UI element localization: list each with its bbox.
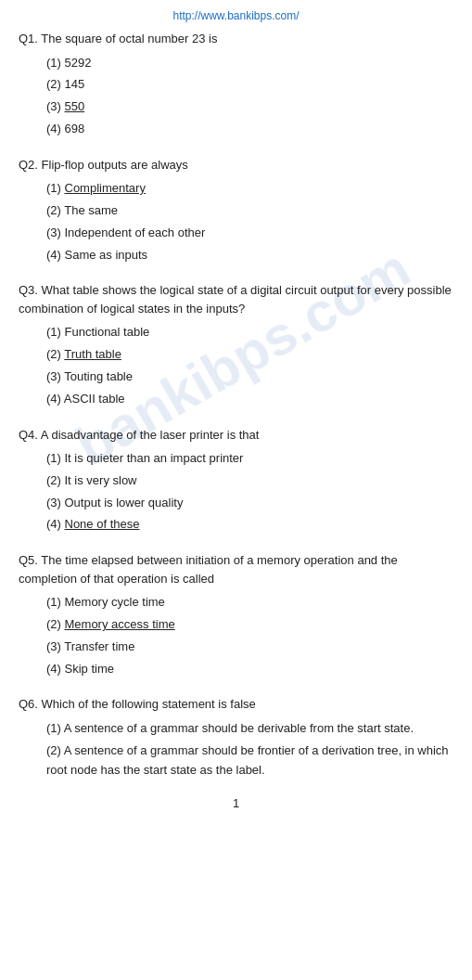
option-5-2: (2) Memory access time <box>46 615 453 635</box>
question-block-5: Q5. The time elapsed between initiation … <box>19 551 453 678</box>
option-5-3: (3) Transfer time <box>46 638 453 657</box>
question-text-1: Q1. The square of octal number 23 is <box>19 30 453 48</box>
option-2-2: (2) The same <box>46 201 453 221</box>
option-text: Independent of each other <box>65 226 206 239</box>
option-1-3: (3) 550 <box>46 97 453 117</box>
option-text: A sentence of a grammar should be fronti… <box>46 743 449 777</box>
question-text-4: Q4. A disadvantage of the laser printer … <box>19 426 453 445</box>
option-4-1: (1) It is quieter than an impact printer <box>46 449 453 469</box>
option-num: (2) <box>46 77 65 91</box>
option-3-4: (4) ASCII table <box>46 390 453 409</box>
option-1-4: (4) 698 <box>46 120 453 139</box>
option-text: Memory access time <box>65 617 175 631</box>
question-text-5: Q5. The time elapsed between initiation … <box>19 551 453 587</box>
option-text: A sentence of a grammar should be deriva… <box>64 721 414 735</box>
option-2-4: (4) Same as inputs <box>46 246 453 265</box>
question-text-6: Q6. Which of the following statement is … <box>19 695 453 714</box>
option-num: (1) <box>46 181 65 195</box>
option-text: Memory cycle time <box>65 595 165 609</box>
option-5-1: (1) Memory cycle time <box>46 593 453 612</box>
option-num: (2) <box>46 617 65 631</box>
option-text: Complimentary <box>65 181 146 195</box>
option-text: Skip time <box>65 662 114 676</box>
option-text: It is quieter than an impact printer <box>65 451 244 465</box>
option-num: (1) <box>46 721 64 735</box>
option-1-1: (1) 5292 <box>46 54 453 73</box>
option-num: (4) <box>46 662 65 676</box>
option-text: 5292 <box>65 56 92 70</box>
option-num: (2) <box>46 743 64 757</box>
option-num: (3) <box>46 496 65 509</box>
option-num: (4) <box>46 248 65 262</box>
option-3-2: (2) Truth table <box>46 345 453 365</box>
option-text: 550 <box>65 99 85 113</box>
option-num: (2) <box>46 473 65 487</box>
option-3-3: (3) Touting table <box>46 368 453 387</box>
option-4-3: (3) Output is lower quality <box>46 494 453 513</box>
option-num: (1) <box>46 451 65 465</box>
option-text: Output is lower quality <box>65 496 184 509</box>
question-text-2: Q2. Flip-flop outputs are always <box>19 156 453 174</box>
question-block-1: Q1. The square of octal number 23 is(1) … <box>19 30 453 139</box>
option-num: (3) <box>46 226 65 239</box>
option-num: (2) <box>46 203 64 217</box>
option-num: (1) <box>46 56 65 70</box>
option-6-2: (2) A sentence of a grammar should be fr… <box>46 741 453 780</box>
option-2-1: (1) Complimentary <box>46 179 453 199</box>
question-block-6: Q6. Which of the following statement is … <box>19 695 453 780</box>
option-4-2: (2) It is very slow <box>46 471 453 491</box>
option-num: (3) <box>46 99 65 113</box>
option-num: (4) <box>46 517 65 531</box>
option-2-3: (3) Independent of each other <box>46 224 453 243</box>
option-text: 145 <box>65 77 85 91</box>
option-1-2: (2) 145 <box>46 75 453 95</box>
option-text: It is very slow <box>65 473 137 487</box>
option-text: 698 <box>65 122 85 135</box>
option-num: (4) <box>46 122 65 135</box>
question-block-2: Q2. Flip-flop outputs are always(1) Comp… <box>19 156 453 265</box>
option-3-1: (1) Functional table <box>46 323 453 342</box>
option-num: (4) <box>46 392 64 406</box>
question-block-4: Q4. A disadvantage of the laser printer … <box>19 426 453 535</box>
option-text: None of these <box>65 517 140 531</box>
option-num: (3) <box>46 639 64 653</box>
option-4-4: (4) None of these <box>46 515 453 535</box>
option-text: The same <box>64 203 118 217</box>
option-6-1: (1) A sentence of a grammar should be de… <box>46 719 453 739</box>
option-text: Same as inputs <box>65 248 148 262</box>
option-text: Truth table <box>64 347 121 361</box>
option-num: (1) <box>46 595 65 609</box>
question-block-3: Q3. What table shows the logical state o… <box>19 281 453 408</box>
option-text: ASCII table <box>64 392 125 406</box>
page-number: 1 <box>19 796 453 810</box>
question-text-3: Q3. What table shows the logical state o… <box>19 281 453 317</box>
option-num: (2) <box>46 347 64 361</box>
option-text: Touting table <box>64 369 133 383</box>
header-url[interactable]: http://www.bankibps.com/ <box>19 9 453 22</box>
option-5-4: (4) Skip time <box>46 660 453 679</box>
option-num: (3) <box>46 369 64 383</box>
option-text: Transfer time <box>64 639 134 653</box>
option-text: Functional table <box>65 325 150 339</box>
option-num: (1) <box>46 325 65 339</box>
